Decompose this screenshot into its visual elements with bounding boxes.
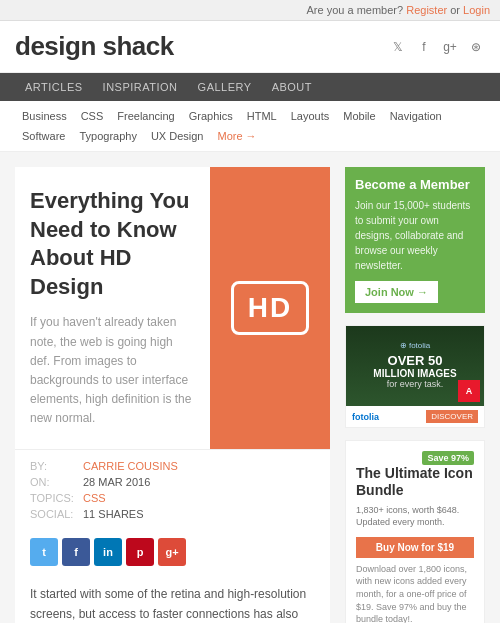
nav-gallery[interactable]: GALLERY [188,73,262,101]
login-link[interactable]: Login [463,4,490,16]
subnav-more[interactable]: More → [210,126,263,146]
article-body: It started with some of the retina and h… [15,574,330,624]
rss-icon[interactable]: ⊛ [467,38,485,56]
meta-by-label: BY: [30,460,75,472]
nav-about[interactable]: ABOUT [262,73,322,101]
subnav-html[interactable]: HTML [240,106,284,126]
subnav-layouts[interactable]: Layouts [284,106,337,126]
member-title: Become a Member [355,177,475,192]
subnav-typography[interactable]: Typography [72,126,143,146]
ad-box: ⊕ fotolia OVER 50 MILLION IMAGES for eve… [345,325,485,428]
site-title: design shack [15,31,174,62]
save-badge: Save 97% [422,451,474,465]
meta-by-value: CARRIE COUSINS [83,460,178,472]
hero-text: Everything You Need to Know About HD Des… [15,167,210,449]
ad-brand-logo: A [458,380,480,402]
discover-button[interactable]: DISCOVER [426,410,478,423]
linkedin-share-button[interactable]: in [94,538,122,566]
bundle-box: Save 97% The Ultimate Icon Bundle 1,830+… [345,440,485,623]
topbar-question: Are you a member? [307,4,404,16]
ad-fotolia-footer: fotolia [352,412,379,422]
register-link[interactable]: Register [406,4,447,16]
bundle-buy-button[interactable]: Buy Now for $19 [356,537,474,558]
meta-social: SOCIAL: 11 SHARES [30,508,178,520]
subnav-navigation[interactable]: Navigation [383,106,449,126]
article-intro: If you haven't already taken note, the w… [30,313,195,428]
title-part1: design [15,31,103,61]
meta-topics: TOPICS: CSS [30,492,178,504]
ad-headline2: MILLION IMAGES [373,368,456,379]
nav-articles[interactable]: ARTICLES [15,73,93,101]
main-nav: ARTICLES INSPIRATION GALLERY ABOUT [0,73,500,101]
twitter-icon[interactable]: 𝕏 [389,38,407,56]
hd-badge-text: HD [231,281,309,335]
member-box: Become a Member Join our 15,000+ student… [345,167,485,313]
subnav-freelancing[interactable]: Freelancing [110,106,181,126]
member-desc: Join our 15,000+ students to submit your… [355,198,475,273]
sidebar: Become a Member Join our 15,000+ student… [345,167,485,623]
top-bar: Are you a member? Register or Login [0,0,500,21]
meta-on: ON: 28 MAR 2016 [30,476,178,488]
meta-on-label: ON: [30,476,75,488]
meta-by: BY: CARRIE COUSINS [30,460,178,472]
ad-headline1: OVER 50 [373,354,456,368]
ad-footer: fotolia DISCOVER [346,406,484,427]
meta-topics-value: CSS [83,492,106,504]
subnav-mobile[interactable]: Mobile [336,106,382,126]
header: design shack 𝕏 f g+ ⊛ [0,21,500,73]
googleplus-share-button[interactable]: g+ [158,538,186,566]
social-buttons: t f in p g+ [15,530,330,574]
meta-social-value: 11 SHARES [83,508,144,520]
article-meta: BY: CARRIE COUSINS ON: 28 MAR 2016 TOPIC… [15,449,330,530]
main-layout: Everything You Need to Know About HD Des… [0,152,500,623]
googleplus-icon[interactable]: g+ [441,38,459,56]
topbar-or: or [450,4,463,16]
twitter-share-button[interactable]: t [30,538,58,566]
hd-badge: HD [210,167,330,449]
subnav-software[interactable]: Software [15,126,72,146]
bundle-sub: 1,830+ icons, worth $648. Updated every … [356,504,474,529]
sub-nav: Business CSS Freelancing Graphics HTML L… [0,101,500,152]
header-social: 𝕏 f g+ ⊛ [389,38,485,56]
join-button[interactable]: Join Now → [355,281,438,303]
meta-topics-label: TOPICS: [30,492,75,504]
ad-image: ⊕ fotolia OVER 50 MILLION IMAGES for eve… [346,326,484,406]
nav-inspiration[interactable]: INSPIRATION [93,73,188,101]
hero: Everything You Need to Know About HD Des… [15,167,330,449]
facebook-icon[interactable]: f [415,38,433,56]
article-body-p1: It started with some of the retina and h… [30,584,315,624]
pinterest-share-button[interactable]: p [126,538,154,566]
ad-tagline: for every task. [373,379,456,391]
subnav-graphics[interactable]: Graphics [182,106,240,126]
title-part2: shack [103,31,174,61]
article-title: Everything You Need to Know About HD Des… [30,187,195,301]
subnav-css[interactable]: CSS [74,106,111,126]
bundle-note: Download over 1,800 icons, with new icon… [356,563,474,623]
subnav-ux[interactable]: UX Design [144,126,211,146]
bundle-title: The Ultimate Icon Bundle [356,465,474,499]
meta-on-value: 28 MAR 2016 [83,476,150,488]
article: Everything You Need to Know About HD Des… [15,167,330,623]
subnav-business[interactable]: Business [15,106,74,126]
ad-fotolia-label: ⊕ fotolia [373,341,456,351]
meta-labels: BY: CARRIE COUSINS ON: 28 MAR 2016 TOPIC… [30,460,178,520]
facebook-share-button[interactable]: f [62,538,90,566]
ad-overlay-text: ⊕ fotolia OVER 50 MILLION IMAGES for eve… [369,337,460,394]
meta-social-label: SOCIAL: [30,508,75,520]
